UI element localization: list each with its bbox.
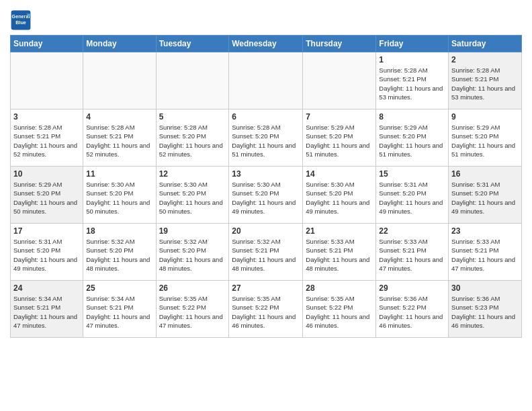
calendar-cell: 10Sunrise: 5:29 AM Sunset: 5:20 PM Dayli… xyxy=(11,167,83,224)
day-info: Sunrise: 5:34 AM Sunset: 5:21 PM Dayligh… xyxy=(13,294,80,330)
day-number: 25 xyxy=(86,283,152,293)
day-number: 6 xyxy=(232,112,300,122)
day-number: 29 xyxy=(379,283,445,293)
week-row-4: 17Sunrise: 5:31 AM Sunset: 5:20 PM Dayli… xyxy=(11,224,522,281)
day-number: 10 xyxy=(13,169,80,179)
calendar-cell: 11Sunrise: 5:30 AM Sunset: 5:20 PM Dayli… xyxy=(83,167,156,224)
calendar-header-monday: Monday xyxy=(83,36,156,52)
calendar-cell: 2Sunrise: 5:28 AM Sunset: 5:21 PM Daylig… xyxy=(449,52,522,109)
calendar-cell xyxy=(11,52,83,109)
day-number: 7 xyxy=(306,112,373,122)
day-number: 15 xyxy=(379,169,445,179)
logo-icon: General Blue xyxy=(10,9,32,31)
day-number: 23 xyxy=(451,226,519,236)
day-number: 14 xyxy=(306,169,373,179)
calendar-header-saturday: Saturday xyxy=(449,36,522,52)
day-info: Sunrise: 5:29 AM Sunset: 5:20 PM Dayligh… xyxy=(379,123,445,158)
day-number: 21 xyxy=(306,226,373,236)
day-number: 28 xyxy=(306,283,373,293)
logo: General Blue xyxy=(10,9,32,31)
calendar-cell: 14Sunrise: 5:30 AM Sunset: 5:20 PM Dayli… xyxy=(303,167,376,224)
day-info: Sunrise: 5:36 AM Sunset: 5:23 PM Dayligh… xyxy=(451,294,519,330)
day-info: Sunrise: 5:28 AM Sunset: 5:21 PM Dayligh… xyxy=(86,123,152,158)
day-number: 12 xyxy=(159,169,226,179)
day-number: 19 xyxy=(159,226,226,236)
day-number: 17 xyxy=(13,226,80,236)
day-number: 22 xyxy=(379,226,445,236)
day-info: Sunrise: 5:36 AM Sunset: 5:22 PM Dayligh… xyxy=(379,294,445,330)
week-row-5: 24Sunrise: 5:34 AM Sunset: 5:21 PM Dayli… xyxy=(11,281,522,338)
calendar-cell: 8Sunrise: 5:29 AM Sunset: 5:20 PM Daylig… xyxy=(376,109,449,167)
day-info: Sunrise: 5:30 AM Sunset: 5:20 PM Dayligh… xyxy=(306,180,373,216)
calendar-cell xyxy=(229,52,303,109)
calendar-header-tuesday: Tuesday xyxy=(156,36,229,52)
calendar-cell: 1Sunrise: 5:28 AM Sunset: 5:21 PM Daylig… xyxy=(376,52,449,109)
day-info: Sunrise: 5:28 AM Sunset: 5:21 PM Dayligh… xyxy=(451,66,519,101)
calendar-cell: 21Sunrise: 5:33 AM Sunset: 5:21 PM Dayli… xyxy=(303,224,376,281)
day-number: 20 xyxy=(232,226,300,236)
calendar-cell: 22Sunrise: 5:33 AM Sunset: 5:21 PM Dayli… xyxy=(376,224,449,281)
day-info: Sunrise: 5:33 AM Sunset: 5:21 PM Dayligh… xyxy=(379,237,445,273)
day-number: 9 xyxy=(451,112,519,122)
calendar-cell: 19Sunrise: 5:32 AM Sunset: 5:20 PM Dayli… xyxy=(156,224,229,281)
calendar-cell: 15Sunrise: 5:31 AM Sunset: 5:20 PM Dayli… xyxy=(376,167,449,224)
page-header: General Blue xyxy=(10,7,522,31)
day-info: Sunrise: 5:30 AM Sunset: 5:20 PM Dayligh… xyxy=(86,180,152,216)
calendar-cell: 20Sunrise: 5:32 AM Sunset: 5:21 PM Dayli… xyxy=(229,224,303,281)
day-number: 1 xyxy=(379,55,445,64)
day-number: 26 xyxy=(159,283,226,293)
day-info: Sunrise: 5:29 AM Sunset: 5:20 PM Dayligh… xyxy=(451,123,519,158)
week-row-2: 3Sunrise: 5:28 AM Sunset: 5:21 PM Daylig… xyxy=(11,109,522,167)
calendar-cell: 17Sunrise: 5:31 AM Sunset: 5:20 PM Dayli… xyxy=(11,224,83,281)
calendar-header-wednesday: Wednesday xyxy=(229,36,303,52)
calendar-cell: 23Sunrise: 5:33 AM Sunset: 5:21 PM Dayli… xyxy=(449,224,522,281)
calendar-header-row: SundayMondayTuesdayWednesdayThursdayFrid… xyxy=(11,36,522,52)
day-number: 30 xyxy=(451,283,519,293)
day-info: Sunrise: 5:33 AM Sunset: 5:21 PM Dayligh… xyxy=(451,237,519,273)
calendar-header-sunday: Sunday xyxy=(11,36,83,52)
calendar-table: SundayMondayTuesdayWednesdayThursdayFrid… xyxy=(10,35,522,338)
day-info: Sunrise: 5:28 AM Sunset: 5:21 PM Dayligh… xyxy=(13,123,80,158)
calendar-cell: 3Sunrise: 5:28 AM Sunset: 5:21 PM Daylig… xyxy=(11,109,83,167)
day-info: Sunrise: 5:32 AM Sunset: 5:20 PM Dayligh… xyxy=(159,237,226,273)
day-info: Sunrise: 5:28 AM Sunset: 5:20 PM Dayligh… xyxy=(159,123,226,158)
day-info: Sunrise: 5:32 AM Sunset: 5:21 PM Dayligh… xyxy=(232,237,300,273)
day-info: Sunrise: 5:34 AM Sunset: 5:21 PM Dayligh… xyxy=(86,294,152,330)
day-info: Sunrise: 5:33 AM Sunset: 5:21 PM Dayligh… xyxy=(306,237,373,273)
day-info: Sunrise: 5:35 AM Sunset: 5:22 PM Dayligh… xyxy=(306,294,373,330)
calendar-cell: 25Sunrise: 5:34 AM Sunset: 5:21 PM Dayli… xyxy=(83,281,156,338)
calendar-cell xyxy=(303,52,376,109)
day-info: Sunrise: 5:32 AM Sunset: 5:20 PM Dayligh… xyxy=(86,237,152,273)
day-number: 4 xyxy=(86,112,152,122)
calendar-cell: 27Sunrise: 5:35 AM Sunset: 5:22 PM Dayli… xyxy=(229,281,303,338)
day-number: 24 xyxy=(13,283,80,293)
day-info: Sunrise: 5:30 AM Sunset: 5:20 PM Dayligh… xyxy=(159,180,226,216)
calendar-cell: 7Sunrise: 5:29 AM Sunset: 5:20 PM Daylig… xyxy=(303,109,376,167)
calendar-cell: 24Sunrise: 5:34 AM Sunset: 5:21 PM Dayli… xyxy=(11,281,83,338)
calendar-cell: 26Sunrise: 5:35 AM Sunset: 5:22 PM Dayli… xyxy=(156,281,229,338)
calendar-cell: 28Sunrise: 5:35 AM Sunset: 5:22 PM Dayli… xyxy=(303,281,376,338)
svg-text:Blue: Blue xyxy=(15,19,26,26)
calendar-cell: 13Sunrise: 5:30 AM Sunset: 5:20 PM Dayli… xyxy=(229,167,303,224)
day-info: Sunrise: 5:31 AM Sunset: 5:20 PM Dayligh… xyxy=(13,237,80,273)
day-number: 16 xyxy=(451,169,519,179)
day-number: 8 xyxy=(379,112,445,122)
day-number: 11 xyxy=(86,169,152,179)
day-info: Sunrise: 5:28 AM Sunset: 5:20 PM Dayligh… xyxy=(232,123,300,158)
day-info: Sunrise: 5:30 AM Sunset: 5:20 PM Dayligh… xyxy=(232,180,300,216)
calendar-cell: 6Sunrise: 5:28 AM Sunset: 5:20 PM Daylig… xyxy=(229,109,303,167)
week-row-3: 10Sunrise: 5:29 AM Sunset: 5:20 PM Dayli… xyxy=(11,167,522,224)
calendar-cell: 16Sunrise: 5:31 AM Sunset: 5:20 PM Dayli… xyxy=(449,167,522,224)
week-row-1: 1Sunrise: 5:28 AM Sunset: 5:21 PM Daylig… xyxy=(11,52,522,109)
calendar-cell: 9Sunrise: 5:29 AM Sunset: 5:20 PM Daylig… xyxy=(449,109,522,167)
calendar-cell xyxy=(83,52,156,109)
calendar-cell xyxy=(156,52,229,109)
calendar-cell: 5Sunrise: 5:28 AM Sunset: 5:20 PM Daylig… xyxy=(156,109,229,167)
day-info: Sunrise: 5:31 AM Sunset: 5:20 PM Dayligh… xyxy=(379,180,445,216)
calendar-header-friday: Friday xyxy=(376,36,449,52)
day-number: 3 xyxy=(13,112,80,122)
day-number: 2 xyxy=(451,55,519,64)
day-number: 18 xyxy=(86,226,152,236)
calendar-cell: 4Sunrise: 5:28 AM Sunset: 5:21 PM Daylig… xyxy=(83,109,156,167)
day-number: 27 xyxy=(232,283,300,293)
